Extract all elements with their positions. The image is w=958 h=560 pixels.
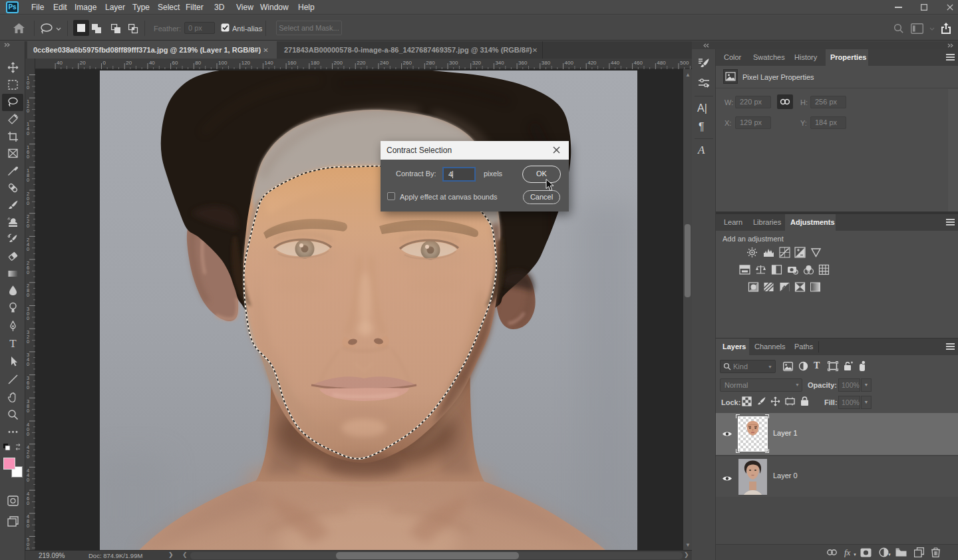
svg-text:0: 0 (27, 130, 29, 136)
svg-text:0: 0 (27, 200, 29, 206)
svg-text:0: 0 (27, 246, 29, 252)
svg-text:0: 0 (27, 269, 29, 275)
svg-text:500: 500 (680, 60, 689, 66)
svg-text:200: 200 (334, 60, 343, 66)
svg-text:0: 0 (27, 523, 29, 529)
svg-text:260: 260 (403, 60, 412, 66)
svg-text:320: 320 (472, 60, 482, 66)
svg-text:140: 140 (264, 60, 273, 66)
svg-text:340: 340 (495, 60, 504, 66)
svg-text:120: 120 (241, 60, 251, 66)
svg-text:0: 0 (27, 84, 29, 90)
svg-text:300: 300 (449, 60, 458, 66)
svg-text:0: 0 (27, 431, 29, 437)
svg-text:0: 0 (27, 454, 29, 460)
svg-text:80: 80 (195, 60, 201, 66)
svg-text:0: 0 (27, 339, 29, 345)
svg-text:100: 100 (218, 60, 228, 66)
svg-text:60: 60 (172, 60, 178, 66)
svg-text:0: 0 (27, 177, 29, 183)
svg-text:0: 0 (27, 108, 29, 114)
svg-text:20: 20 (80, 60, 86, 66)
svg-text:0: 0 (27, 361, 29, 367)
svg-text:40: 40 (57, 60, 63, 66)
svg-text:0: 0 (27, 292, 29, 298)
svg-text:0: 0 (27, 315, 29, 321)
svg-text:380: 380 (542, 60, 551, 66)
svg-text:20: 20 (126, 60, 132, 66)
svg-text:40: 40 (149, 60, 155, 66)
svg-text:220: 220 (357, 60, 366, 66)
svg-text:T: T (9, 338, 17, 349)
svg-text:420: 420 (587, 60, 597, 66)
svg-text:160: 160 (287, 60, 297, 66)
svg-text:400: 400 (565, 60, 574, 66)
svg-text:440: 440 (611, 60, 620, 66)
svg-text:460: 460 (634, 60, 643, 66)
svg-text:0: 0 (27, 408, 29, 414)
svg-text:360: 360 (518, 60, 528, 66)
svg-text:0: 0 (27, 500, 29, 506)
svg-text:0: 0 (27, 477, 29, 483)
svg-text:0: 0 (27, 223, 29, 229)
svg-text:0: 0 (27, 384, 29, 390)
svg-text:280: 280 (426, 60, 435, 66)
svg-text:0: 0 (103, 60, 106, 66)
svg-text:180: 180 (311, 60, 320, 66)
svg-text:240: 240 (380, 60, 389, 66)
svg-text:0: 0 (27, 154, 29, 160)
svg-text:480: 480 (657, 60, 666, 66)
